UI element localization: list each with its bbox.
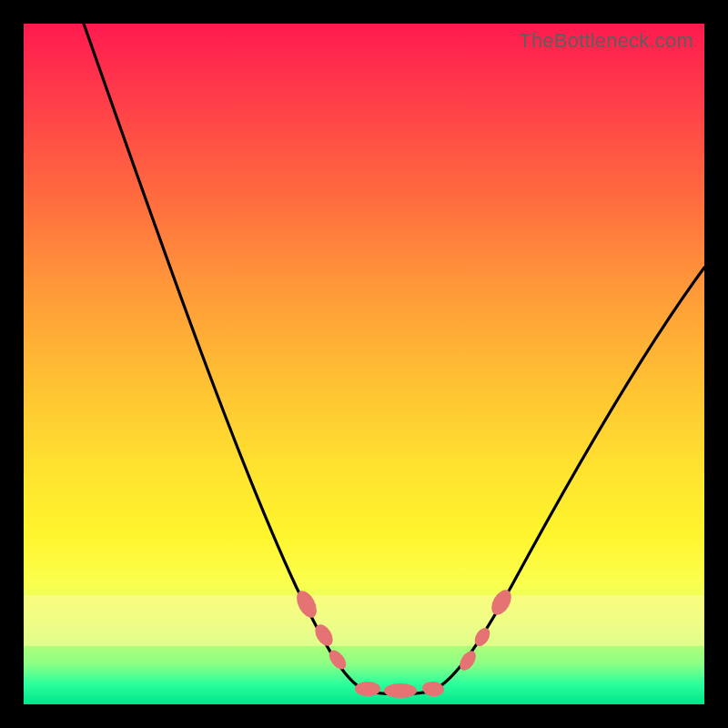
curve-marker [456,648,479,673]
curve-marker [421,681,445,697]
curve-marker [384,683,417,698]
curve-marker [293,588,321,622]
curve-left-branch [84,24,365,691]
chart-plot-area: TheBottleneck.com [24,24,704,704]
curve-marker [355,682,380,696]
marker-group [293,587,516,698]
curve-right-branch [433,268,704,691]
chart-stage: TheBottleneck.com [0,0,728,728]
curve-marker [488,587,516,619]
watermark-text: TheBottleneck.com [519,29,693,53]
chart-svg [24,24,704,704]
